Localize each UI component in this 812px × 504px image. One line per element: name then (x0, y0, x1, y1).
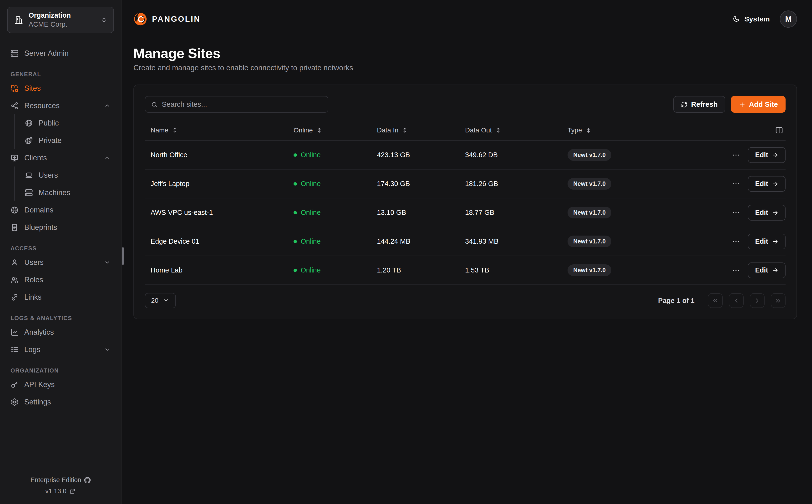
search-input[interactable] (162, 100, 322, 108)
edit-label: Edit (755, 237, 768, 245)
row-menu-button[interactable] (730, 149, 742, 161)
edit-button[interactable]: Edit (748, 147, 786, 163)
table-row: Jeff's Laptop Online 174.30 GB 181.26 GB… (145, 170, 786, 198)
row-menu-button[interactable] (730, 207, 742, 218)
plus-icon (739, 101, 745, 108)
sidebar-item-label: Analytics (24, 328, 111, 337)
site-status: Online (288, 180, 371, 188)
brand-name: PANGOLIN (152, 15, 201, 24)
column-label: Online (294, 126, 313, 134)
row-menu-button[interactable] (730, 265, 742, 276)
page-subtitle: Create and manage sites to enable connec… (133, 63, 797, 73)
sidebar-scrollbar-thumb[interactable] (122, 247, 124, 265)
page-indicator: Page 1 of 1 (658, 297, 695, 305)
status-text: Online (301, 209, 321, 217)
table-row: Home Lab Online 1.20 TB 1.53 TB Newt v1.… (145, 256, 786, 285)
monitor-up-icon (10, 154, 19, 162)
online-dot-icon (294, 269, 297, 272)
list-icon (10, 346, 19, 354)
row-menu-button[interactable] (730, 236, 742, 247)
edit-button[interactable]: Edit (748, 176, 786, 192)
sidebar-item-machines[interactable]: Machines (15, 184, 114, 201)
receipt-icon (10, 223, 19, 232)
pagination-controls: Page 1 of 1 (658, 293, 786, 308)
site-type-cell: Newt v1.7.0 (562, 207, 683, 218)
row-menu-button[interactable] (730, 178, 742, 190)
link-icon (10, 293, 19, 301)
sidebar-item-sites[interactable]: Sites (7, 80, 114, 97)
sidebar-item-server-admin[interactable]: Server Admin (7, 45, 114, 62)
sidebar-item-label: Server Admin (24, 49, 111, 58)
theme-toggle[interactable]: System (732, 15, 770, 23)
sidebar-item-private[interactable]: Private (15, 132, 114, 149)
chevron-down-icon (163, 297, 170, 304)
type-badge: Newt v1.7.0 (568, 236, 611, 247)
first-page-button[interactable] (708, 293, 723, 308)
sort-icon (585, 127, 592, 133)
site-status: Online (288, 237, 371, 245)
sidebar-item-roles[interactable]: Roles (7, 271, 114, 288)
column-header-tools (683, 125, 786, 136)
edit-button[interactable]: Edit (748, 205, 786, 221)
site-data-out: 18.77 GB (459, 209, 562, 217)
column-label: Data In (377, 126, 398, 134)
users-icon (10, 276, 19, 284)
section-label-access: ACCESS (10, 245, 111, 252)
sidebar-item-settings[interactable]: Settings (7, 393, 114, 411)
user-icon (10, 258, 19, 267)
org-selector[interactable]: Organization ACME Corp. (7, 7, 114, 33)
status-text: Online (301, 151, 321, 159)
online-dot-icon (294, 182, 297, 186)
last-page-button[interactable] (771, 293, 786, 308)
sites-icon (10, 84, 19, 92)
online-dot-icon (294, 240, 297, 243)
next-page-button[interactable] (750, 293, 765, 308)
sidebar-item-analytics[interactable]: Analytics (7, 323, 114, 341)
sidebar-item-label: Domains (24, 206, 111, 214)
add-site-button[interactable]: Add Site (731, 96, 786, 113)
avatar[interactable]: M (780, 10, 797, 28)
column-header-data-in[interactable]: Data In (371, 126, 459, 134)
sidebar-item-users[interactable]: Users (7, 254, 114, 271)
resources-subgroup: Public Private (14, 114, 114, 149)
column-header-online[interactable]: Online (288, 126, 371, 134)
row-actions: Edit (683, 205, 786, 221)
column-header-name[interactable]: Name (145, 126, 288, 134)
sidebar-item-blueprints[interactable]: Blueprints (7, 219, 114, 236)
sidebar-item-domains[interactable]: Domains (7, 201, 114, 219)
site-data-out: 181.26 GB (459, 180, 562, 188)
key-icon (10, 381, 19, 389)
sidebar-item-api-keys[interactable]: API Keys (7, 376, 114, 393)
edit-button[interactable]: Edit (748, 234, 786, 249)
sidebar-item-public[interactable]: Public (15, 114, 114, 132)
type-badge: Newt v1.7.0 (568, 149, 611, 161)
type-badge: Newt v1.7.0 (568, 178, 611, 190)
site-type-cell: Newt v1.7.0 (562, 264, 683, 276)
column-header-data-out[interactable]: Data Out (459, 126, 562, 134)
server-icon (25, 189, 33, 197)
sidebar-item-links[interactable]: Links (7, 288, 114, 306)
version-row[interactable]: v1.13.0 (45, 488, 76, 495)
edit-label: Edit (755, 180, 768, 188)
refresh-button[interactable]: Refresh (673, 96, 726, 113)
edition-row[interactable]: Enterprise Edition (30, 476, 91, 484)
pagination-bar: 20 Page 1 of 1 (145, 293, 786, 308)
sidebar-item-resources[interactable]: Resources (7, 97, 114, 114)
site-data-out: 349.62 DB (459, 151, 562, 159)
sidebar-item-logs[interactable]: Logs (7, 341, 114, 358)
app-root: Organization ACME Corp. Server Admin (0, 0, 812, 504)
sidebar-item-clients-users[interactable]: Users (15, 166, 114, 184)
site-type-cell: Newt v1.7.0 (562, 236, 683, 247)
site-type-cell: Newt v1.7.0 (562, 149, 683, 161)
page-size-select[interactable]: 20 (145, 293, 176, 308)
table-row: North Office Online 423.13 GB 349.62 DB … (145, 141, 786, 170)
previous-page-button[interactable] (729, 293, 744, 308)
edit-button[interactable]: Edit (748, 262, 786, 278)
type-badge: Newt v1.7.0 (568, 264, 611, 276)
columns-toggle-button[interactable] (774, 125, 785, 136)
site-type-cell: Newt v1.7.0 (562, 178, 683, 190)
sidebar-item-clients[interactable]: Clients (7, 149, 114, 166)
sidebar-footer: Enterprise Edition v1.13.0 (7, 476, 114, 497)
column-header-type[interactable]: Type (562, 126, 683, 134)
sidebar-item-label: Sites (24, 84, 111, 93)
